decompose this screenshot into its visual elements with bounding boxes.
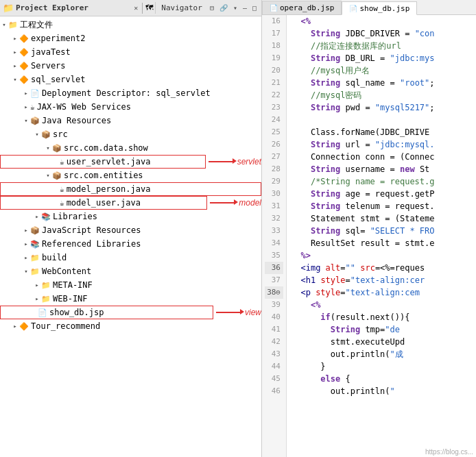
ln-44: 44 (265, 360, 283, 373)
panel-close-icon[interactable]: ✕ (134, 4, 138, 12)
collapse-all-btn[interactable]: ⊟ (208, 3, 216, 12)
tree-item-show-db-jsp[interactable]: 📄 show_db.jsp (0, 306, 213, 319)
ln-16: 16 (265, 15, 283, 27)
project-folder-icon: 📁 (3, 3, 14, 13)
tree-item-javascript-resources[interactable]: ▸ 📦 JavaScript Resources (0, 223, 261, 237)
code-line-27: Connection conn = (Connec (291, 151, 472, 163)
arrow-meta-inf: ▸ (33, 282, 41, 288)
tree-label-jax-ws: JAX-WS Web Services (37, 102, 131, 112)
ln-39: 39 (265, 299, 283, 311)
arrow-javatest: ▸ (11, 49, 19, 55)
meta-inf-icon: 📁 (41, 281, 51, 290)
tree-item-src-com-data-show[interactable]: ▾ 📦 src.com.data.show (0, 141, 261, 155)
code-line-25: Class.forName(JDBC_DRIVE (291, 126, 472, 138)
package-icon-data: 📦 (52, 144, 62, 153)
tree-item-web-inf[interactable]: ▸ 📁 WEB-INF (0, 292, 261, 306)
tree-item-row-model: ☕ model_user.java model (0, 196, 261, 210)
tree-item-root-project[interactable]: ▾ 📁 工程文件 (0, 18, 261, 32)
tree-item-deployment[interactable]: ▸ 📄 Deployment Descriptor: sql_servlet (0, 86, 261, 100)
show-db-jsp-tab-icon: 📄 (349, 5, 357, 12)
tree-item-tour-recommend[interactable]: ▸ 🔶 Tour_recommend (0, 319, 261, 333)
line-numbers: 16 17 18 19 20 21 22 23 24 25 26 27 28 2… (262, 15, 287, 457)
project-icon-servers: 🔶 (19, 62, 29, 71)
tree-item-src[interactable]: ▾ 📦 src (0, 127, 261, 141)
minimize-btn[interactable]: — (241, 3, 249, 12)
ln-38: 38⊖ (265, 286, 283, 299)
tree-item-build[interactable]: ▸ 📁 build (0, 251, 261, 264)
tree-item-java-resources[interactable]: ▾ 📦 Java Resources (0, 114, 261, 127)
tree-item-row-view: 📄 show_db.jsp view (0, 306, 261, 319)
ln-18: 18 (265, 40, 283, 52)
tree-label-build: build (42, 253, 67, 262)
model-annotation: model (210, 198, 261, 208)
ln-28: 28 (265, 163, 283, 175)
tree-item-javatest[interactable]: ▸ 🔶 javaTest (0, 45, 261, 59)
tree-item-sql-servlet[interactable]: ▾ 🔶 sql_servlet (0, 73, 261, 86)
code-editor-panel: 📄 opera_db.jsp 📄 show_db.jsp 16 17 18 19… (262, 0, 476, 457)
code-line-26: String url = "jdbc:mysql. (291, 138, 472, 151)
tree-label-libraries: Libraries (53, 212, 97, 221)
tree-item-model-user[interactable]: ☕ model_user.java (0, 196, 207, 210)
view-arrow-head (240, 309, 244, 314)
tree-label-deployment: Deployment Descriptor: sql_servlet (42, 88, 211, 98)
tree-label-javascript-resources: JavaScript Resources (42, 225, 141, 235)
tab-opera-db-jsp[interactable]: 📄 opera_db.jsp (262, 1, 342, 14)
tab-show-db-jsp[interactable]: 📄 show_db.jsp (342, 1, 417, 15)
arrow-deployment: ▸ (22, 90, 30, 97)
code-line-35: %> (291, 249, 472, 262)
tree-item-user-servlet[interactable]: ☕ user_servlet.java (0, 155, 206, 169)
ln-46: 46 (265, 385, 283, 397)
arrow-experiment2: ▸ (11, 35, 19, 42)
code-area: 16 17 18 19 20 21 22 23 24 25 26 27 28 2… (262, 15, 476, 457)
tree-item-referenced-libraries[interactable]: ▸ 📚 Referenced Libraries (0, 237, 261, 251)
src-icon: 📦 (41, 130, 51, 139)
tree-item-servers[interactable]: ▸ 🔶 Servers (0, 59, 261, 73)
ln-33: 33 (265, 225, 283, 237)
ln-21: 21 (265, 77, 283, 89)
code-line-34: ResultSet result = stmt.e (291, 237, 472, 249)
arrow-servers: ▸ (11, 62, 19, 69)
tree-item-row-servlet: ☕ user_servlet.java servlet (0, 155, 261, 169)
code-line-20: //mysql用户名 (291, 64, 472, 77)
tree-item-webcontent[interactable]: ▾ 📁 WebContent (0, 264, 261, 278)
code-line-46: out.println(" (291, 385, 472, 397)
code-line-22: //mysql密码 (291, 89, 472, 101)
code-line-38: <p style="text-align:cem (291, 286, 472, 299)
ln-42: 42 (265, 336, 283, 348)
panel-menu-btn[interactable]: ▾ (231, 3, 239, 12)
tree-label-web-inf: WEB-INF (53, 294, 88, 304)
navigator-tab[interactable]: Navigator (155, 2, 208, 14)
tree-item-libraries[interactable]: ▸ 📚 Libraries (0, 210, 261, 223)
code-text[interactable]: <% String JDBC_DRIVER = "con //指定连接数据库的u… (287, 15, 476, 457)
view-annotation: view (216, 308, 261, 317)
referenced-libraries-icon: 📚 (30, 240, 40, 249)
ln-24: 24 (265, 114, 283, 126)
tree-label-webcontent: WebContent (42, 267, 91, 276)
code-line-16: <% (291, 15, 472, 27)
show-db-jsp-tab-label: show_db.jsp (359, 4, 409, 13)
tree-item-model-person[interactable]: ☕ model_person.java (0, 182, 261, 196)
code-line-23: String pwd = "mysql5217"; (291, 101, 472, 114)
tree-item-meta-inf[interactable]: ▸ 📁 META-INF (0, 278, 261, 292)
java-file-icon-model-user: ☕ (60, 199, 64, 208)
maximize-btn[interactable]: □ (250, 3, 259, 12)
navigator-icon: 🗺 (145, 3, 153, 12)
ln-20: 20 (265, 64, 283, 77)
opera-db-jsp-tab-label: opera_db.jsp (280, 3, 334, 12)
tree-label-root: 工程文件 (20, 19, 53, 31)
watermark: https://blog.cs... (425, 448, 473, 456)
link-with-editor-btn[interactable]: 🔗 (217, 3, 230, 12)
code-line-36: <img alt="" src=<%=reques (291, 262, 472, 274)
arrow-jax-ws: ▸ (22, 103, 30, 110)
build-icon: 📁 (30, 254, 40, 262)
tree-item-jax-ws[interactable]: ▸ ☕ JAX-WS Web Services (0, 100, 261, 114)
ln-30: 30 (265, 188, 283, 200)
tree-item-src-com-entities[interactable]: ▾ 📦 src.com.entities (0, 169, 261, 182)
tree-label-tour-recommend: Tour_recommend (31, 321, 100, 331)
java-resources-icon: 📦 (30, 116, 40, 125)
tree-item-experiment2[interactable]: ▸ 🔶 experiment2 (0, 32, 261, 45)
tree-label-model-user: model_user.java (67, 198, 141, 208)
model-arrow-head (234, 199, 238, 205)
javascript-resources-icon: 📦 (30, 226, 40, 235)
tree-label-src-com-entities: src.com.entities (64, 171, 143, 180)
